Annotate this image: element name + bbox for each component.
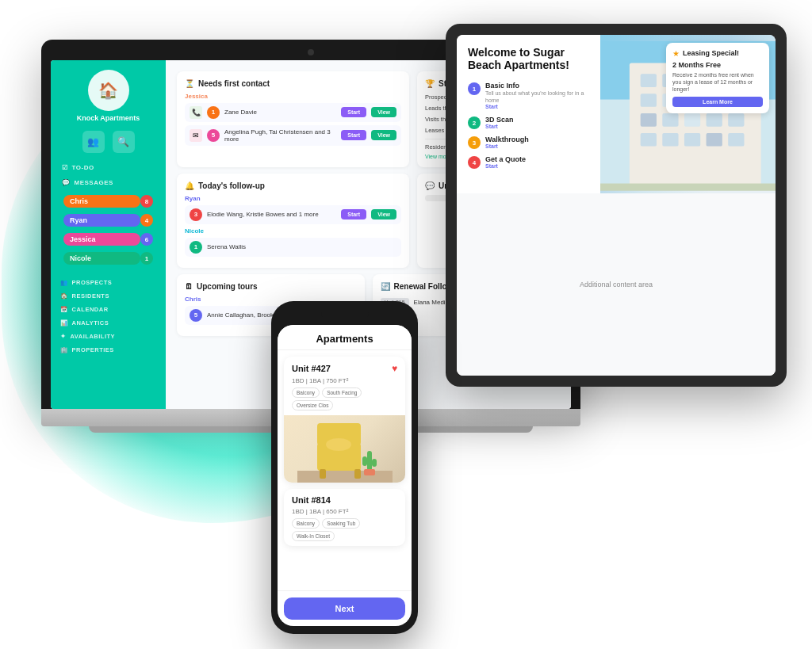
start-btn-ryan[interactable]: Start [341,209,366,220]
tablet-bottom-placeholder: Additional content area [465,201,768,368]
tablet-welcome-section: Welcome to Sugar Beach Apartments! 1 Bas… [457,35,600,193]
sidebar-users: Chris 8 Ryan 4 Jessica 6 Nicole [51,191,166,270]
chris-badge: 8 [140,195,153,208]
phone-header-title: Apartments [287,333,402,345]
renewal-icon: 🔄 [381,282,390,291]
menu-btn-2[interactable]: Start [485,124,589,129]
sidebar-prospects[interactable]: 👥PROSPECTS [57,277,159,288]
svg-rect-31 [372,459,377,467]
menu-btn-1[interactable]: Start [485,104,589,109]
nicole-badge: 1 [140,252,153,265]
needs-first-card: ⏳ Needs first contact Jessica 📞 1 Zane D… [177,71,409,167]
bell-icon: 🔔 [185,181,194,190]
sidebar-nav-todo[interactable]: ☑ TO-DO [57,161,159,174]
sidebar-user-nicole[interactable]: Nicole 1 [57,250,159,267]
sidebar-people-icon[interactable]: 👥 [82,131,105,153]
menu-text-2: 3D Scan Start [485,116,589,129]
apt-details-427: 1BD | 1BA | 750 FT² [284,377,405,387]
tablet-menu-quote[interactable]: 4 Get a Quote Start [468,155,589,169]
svg-rect-17 [728,113,744,127]
sidebar-user-chris[interactable]: Chris 8 [57,193,159,210]
menu-num-1: 1 [468,82,481,95]
scene: 🏠 Knock Apartments 👥 🔍 ☑ TO-DO 💬 [25,16,787,634]
apt-card-header-814: Unit #814 [284,489,405,508]
badge-5: 5 [207,129,220,142]
apt-tag-south: South Facing [322,387,362,398]
menu-num-4: 4 [468,156,481,169]
menu-num-3: 3 [468,136,481,149]
view-btn-1[interactable]: View [371,107,396,117]
sidebar-logo: 🏠 [88,70,129,111]
calendar-icon: 🗓 [185,282,193,291]
apt-tag-soaking: Soaking Tub [322,518,360,529]
ryan-label: Ryan [63,214,140,227]
menu-label-2: 3D Scan [485,116,589,124]
badge-1: 1 [207,106,220,119]
menu-btn-4[interactable]: Start [485,163,589,169]
heart-icon-427[interactable]: ♥ [392,363,397,374]
menu-num-2: 2 [468,116,481,129]
menu-desc-1: Tell us about what you're looking for in… [485,90,589,104]
phone-footer: Next [278,590,412,626]
sidebar-user-jessica[interactable]: Jessica 6 [57,231,159,248]
tablet-building-photo: ★ Leasing Special! 2 Months Free Receive… [600,35,776,193]
tablet-menu-basic-info[interactable]: 1 Basic Info Tell us about what you're l… [468,82,589,109]
svg-rect-32 [364,469,375,475]
jessica-section: Jessica [185,93,401,100]
tablet-menu-3d-scan[interactable]: 2 3D Scan Start [468,116,589,129]
needs-first-title: ⏳ Needs first contact [185,79,401,88]
apt-unit-814: Unit #814 [292,495,331,505]
tablet-menu-walkthrough[interactable]: 3 Walkthrough Start [468,136,589,149]
start-btn-1[interactable]: Start [341,107,366,117]
view-btn-ryan[interactable]: View [371,209,396,220]
apt-tag-closet: Oversize Clos [292,400,333,410]
leasing-special-card: ★ Leasing Special! 2 Months Free Receive… [666,43,769,113]
followup-ryan-row: 3 Elodie Wang, Kristie Bowes and 1 more … [185,205,401,224]
tablet: Welcome to Sugar Beach Apartments! 1 Bas… [446,24,787,387]
svg-point-33 [326,438,351,451]
sidebar-availability[interactable]: ✦AVAILABILITY [57,330,159,342]
start-btn-2[interactable]: Start [341,130,366,140]
sidebar-analytics[interactable]: 📊ANALYTICS [57,317,159,329]
contact-row-1: 📞 1 Zane Davie Start View [185,103,401,122]
sidebar-nav-messages[interactable]: 💬 MESSAGES [57,176,159,189]
phone-outer: Apartments Unit #427 ♥ 1BD | 1BA | 750 F… [271,301,418,634]
sidebar-user-ryan[interactable]: Ryan 4 [57,212,159,229]
view-btn-2[interactable]: View [371,130,396,140]
todo-label: TO-DO [72,164,94,171]
apt-card-header-427: Unit #427 ♥ [284,357,405,377]
sidebar-residents[interactable]: 🏠RESIDENTS [57,290,159,302]
mail-icon: ✉ [190,129,202,142]
phone-next-btn[interactable]: Next [284,597,405,620]
svg-rect-30 [362,456,367,466]
hourglass-icon: ⏳ [185,79,194,88]
svg-rect-29 [367,451,372,471]
apt-tag-balcony-2: Balcony [292,518,320,529]
apt-tags-814: Balcony Soaking Tub Walk-In Closet [284,518,405,546]
sidebar-calendar[interactable]: 📅CALENDAR [57,304,159,315]
apartment-card-814: Unit #814 1BD | 1BA | 650 FT² Balcony So… [284,489,405,546]
sidebar-search-icon[interactable]: 🔍 [113,131,135,153]
menu-label-3: Walkthrough [485,136,589,143]
phone-header: Apartments [278,325,412,350]
svg-rect-13 [641,113,657,127]
menu-btn-3[interactable]: Start [485,143,589,149]
contact-name-2: Angelina Pugh, Tai Christensen and 3 mor… [224,128,336,143]
svg-rect-28 [354,469,361,479]
phone: Apartments Unit #427 ♥ 1BD | 1BA | 750 F… [271,301,418,634]
leasing-subtitle: 2 Months Free [672,61,763,69]
leasing-learn-more-btn[interactable]: Learn More [672,97,763,107]
svg-rect-19 [662,132,678,146]
laptop-camera [308,49,314,55]
sidebar-bottom-nav: 👥PROSPECTS 🏠RESIDENTS 📅CALENDAR 📊ANALYTI… [51,270,166,357]
star-icon: ★ [672,49,680,58]
sidebar-properties[interactable]: 🏢PROPERTIES [57,344,159,356]
svg-rect-21 [706,132,722,146]
svg-rect-15 [684,113,700,127]
jessica-label: Jessica [63,233,140,246]
menu-label-4: Get a Quote [485,155,589,163]
tablet-top: Welcome to Sugar Beach Apartments! 1 Bas… [457,35,776,193]
phone-icon: 📞 [190,106,202,119]
apt-tag-balcony: Balcony [292,387,320,398]
followup-title: 🔔 Today's follow-up [185,181,401,190]
